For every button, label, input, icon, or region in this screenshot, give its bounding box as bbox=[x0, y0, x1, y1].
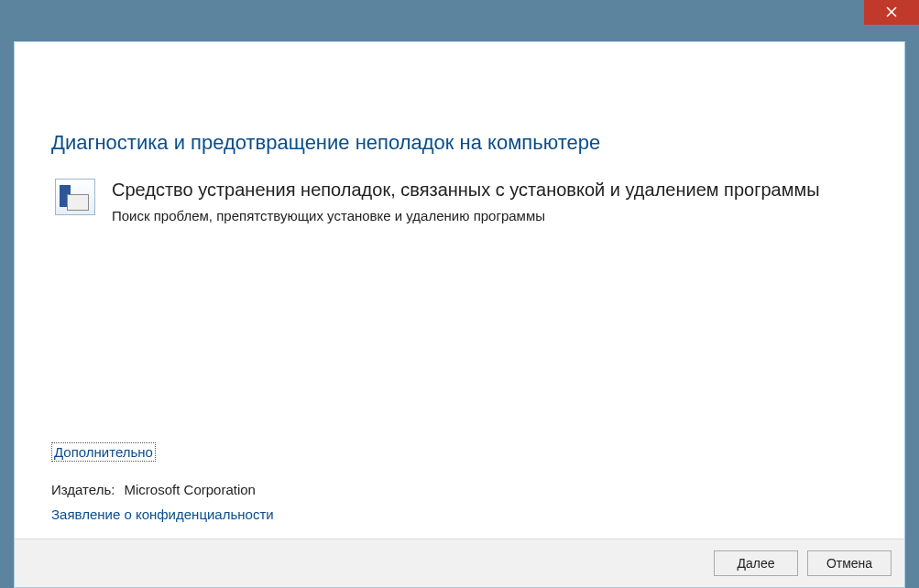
monitor-tool-icon bbox=[55, 179, 95, 215]
privacy-link[interactable]: Заявление о конфиденциальности bbox=[51, 506, 274, 522]
recommendation-text: Средство устранения неполадок, связанных… bbox=[112, 177, 868, 223]
content-heading: Диагностика и предотвращение неполадок н… bbox=[51, 131, 868, 155]
publisher-value: Microsoft Corporation bbox=[125, 482, 256, 497]
header-placeholder bbox=[15, 42, 904, 102]
cancel-button[interactable]: Отмена bbox=[807, 550, 892, 576]
next-button-rest: алее bbox=[746, 556, 775, 571]
content-area: Диагностика и предотвращение неполадок н… bbox=[15, 102, 904, 539]
wizard-window: Средство устранения неполадок, связанных… bbox=[0, 0, 919, 588]
close-icon bbox=[886, 5, 897, 21]
recommendation-row: Средство устранения неполадок, связанных… bbox=[55, 177, 868, 223]
recommendation-title: Средство устранения неполадок, связанных… bbox=[112, 177, 868, 202]
next-button[interactable]: Далее bbox=[714, 550, 798, 576]
footer-bar: Далее Отмена bbox=[15, 539, 904, 587]
spacer bbox=[51, 223, 868, 442]
close-button[interactable] bbox=[864, 0, 919, 25]
next-button-mnemonic: Д bbox=[737, 556, 745, 571]
wizard-frame: Диагностика и предотвращение неполадок н… bbox=[14, 41, 905, 588]
publisher-label: Издатель: bbox=[51, 482, 115, 497]
advanced-link[interactable]: Дополнительно bbox=[51, 442, 156, 462]
publisher-row: Издатель: Microsoft Corporation bbox=[51, 482, 868, 497]
recommendation-description: Поиск проблем, препятствующих установке … bbox=[112, 208, 868, 223]
